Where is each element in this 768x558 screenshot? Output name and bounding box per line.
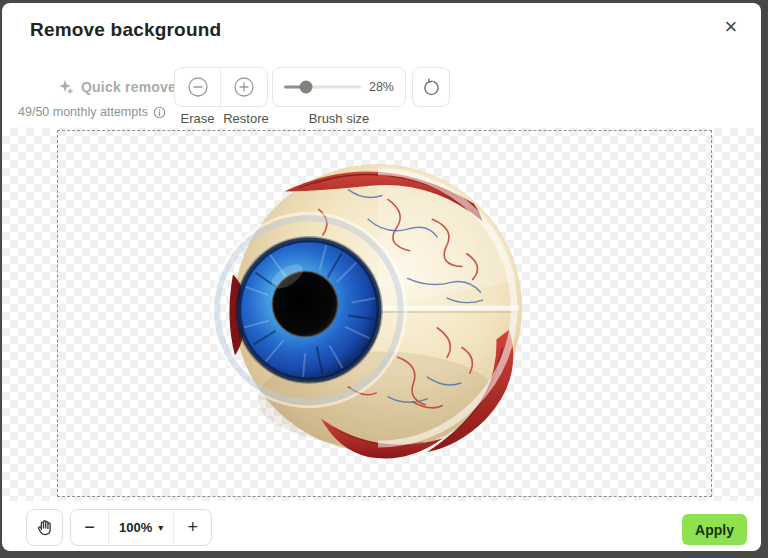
iris: [235, 236, 383, 384]
quick-remove-label: Quick remove: [81, 79, 176, 95]
rotate-button[interactable]: [412, 67, 450, 107]
erase-minus-icon: [187, 76, 209, 98]
hand-icon: [34, 517, 56, 539]
zoom-level-value: 100%: [119, 520, 152, 535]
erase-label: Erase: [174, 111, 221, 126]
restore-label: Restore: [221, 111, 271, 126]
zoom-controls: − 100% ▾ +: [70, 509, 212, 546]
brush-size-value: 28%: [369, 80, 394, 94]
erase-button[interactable]: [175, 68, 221, 106]
sparkle-icon: [58, 79, 74, 95]
chevron-down-icon: ▾: [158, 522, 163, 533]
zoom-level-dropdown[interactable]: 100% ▾: [108, 510, 174, 545]
rotate-icon: [422, 78, 441, 97]
close-icon[interactable]: ×: [717, 13, 745, 41]
quick-remove-button[interactable]: Quick remove: [58, 79, 176, 95]
remove-background-dialog: Remove background × Quick remove 49/50 m…: [2, 3, 761, 551]
editor-canvas[interactable]: [2, 128, 761, 501]
brush-size-label: Brush size: [272, 111, 406, 126]
apply-button[interactable]: Apply: [682, 514, 747, 545]
monthly-attempts: 49/50 monthly attempts: [18, 105, 166, 119]
pan-tool-button[interactable]: [26, 509, 63, 546]
attempts-label: 49/50 monthly attempts: [18, 105, 148, 119]
eye-image: [230, 160, 526, 456]
slider-thumb[interactable]: [299, 81, 312, 94]
restore-button[interactable]: [221, 68, 267, 106]
zoom-in-button[interactable]: +: [174, 510, 211, 545]
brush-size-group: 28%: [272, 67, 406, 107]
erase-restore-group: [174, 67, 268, 107]
dialog-title: Remove background: [30, 19, 221, 41]
info-icon[interactable]: [153, 106, 166, 119]
brush-size-slider[interactable]: [284, 80, 361, 94]
restore-plus-icon: [233, 76, 255, 98]
zoom-out-button[interactable]: −: [71, 510, 108, 545]
